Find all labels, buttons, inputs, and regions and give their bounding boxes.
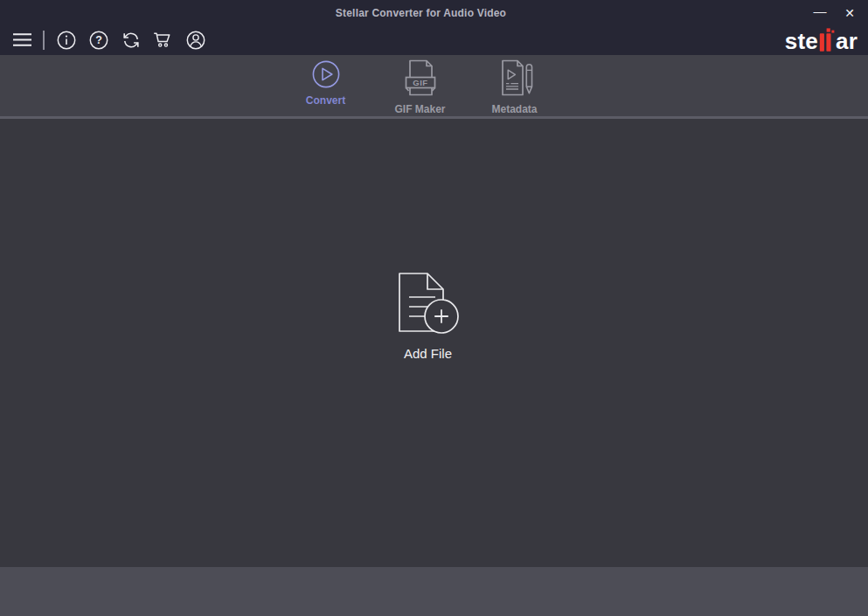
logo-red-ll-icon (819, 28, 835, 52)
add-file-icon (396, 270, 461, 335)
info-icon (56, 30, 77, 51)
tab-metadata[interactable]: Metadata (468, 57, 562, 115)
tab-convert-label: Convert (306, 94, 345, 107)
toolbar: ? (0, 26, 868, 55)
tab-gif-maker-label: GIF Maker (394, 103, 445, 115)
cart-icon (152, 30, 174, 51)
account-button[interactable] (182, 28, 209, 52)
help-icon: ? (88, 30, 109, 51)
app-window: Stellar Converter for Audio Video — ✕ (0, 0, 868, 616)
gif-document-icon: GIF (400, 59, 441, 99)
account-icon (185, 30, 206, 51)
header: Stellar Converter for Audio Video — ✕ (0, 0, 868, 55)
cart-button[interactable] (149, 28, 177, 52)
hamburger-menu-icon (12, 32, 32, 47)
close-button[interactable]: ✕ (835, 1, 865, 25)
tab-metadata-label: Metadata (491, 103, 537, 115)
window-title: Stellar Converter for Audio Video (0, 7, 842, 19)
document-edit-icon (495, 59, 535, 99)
refresh-icon (121, 30, 142, 51)
footer-bar (0, 567, 868, 616)
logo-text-post: ar (836, 30, 858, 52)
minimize-button[interactable]: — (805, 1, 835, 25)
tab-gif-maker[interactable]: GIF GIF Maker (373, 57, 468, 115)
svg-text:?: ? (95, 34, 102, 46)
main-area: Add File (0, 119, 868, 567)
refresh-button[interactable] (117, 28, 144, 52)
stellar-logo: ste ar (785, 28, 858, 52)
info-button[interactable] (52, 28, 80, 52)
svg-text:GIF: GIF (413, 77, 427, 87)
toolbar-divider (43, 31, 45, 50)
titlebar: Stellar Converter for Audio Video — ✕ (0, 0, 868, 26)
tabbar: Convert GIF GIF Maker (0, 55, 868, 119)
logo-text-pre: ste (785, 30, 818, 52)
tabs-group: Convert GIF GIF Maker (279, 57, 562, 115)
help-button[interactable]: ? (85, 28, 112, 52)
add-file-label: Add File (404, 346, 452, 361)
menu-button[interactable] (9, 28, 36, 52)
add-file-button[interactable]: Add File (396, 270, 461, 361)
tab-convert[interactable]: Convert (279, 57, 373, 115)
window-controls: — ✕ (805, 0, 865, 26)
play-circle-icon (310, 59, 342, 90)
